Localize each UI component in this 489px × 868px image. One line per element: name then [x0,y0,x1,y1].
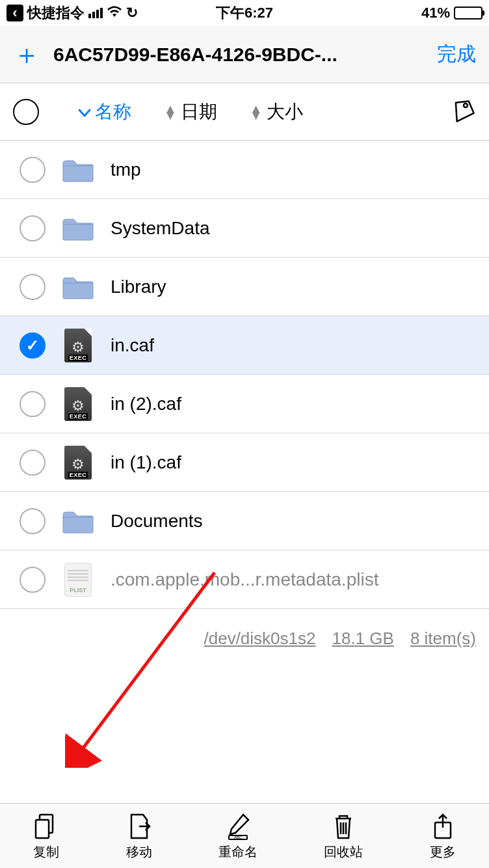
file-row[interactable]: ⚙EXECin.caf [0,316,489,375]
select-toggle[interactable] [20,332,46,359]
footer-count[interactable]: 8 item(s) [410,629,476,649]
file-row[interactable]: ⚙EXECin (1).caf [0,433,489,492]
more-button[interactable]: 更多 [430,812,456,861]
add-button[interactable]: ＋ [13,36,40,73]
file-name: .com.apple.mob...r.metadata.plist [111,569,476,590]
file-name: Library [111,277,476,297]
footer-info: /dev/disk0s1s2 18.1 GB 8 item(s) [0,609,489,649]
trash-button[interactable]: 回收站 [324,812,363,861]
exec-icon: ⚙EXEC [62,332,94,359]
select-toggle[interactable] [20,450,46,476]
copy-button[interactable]: 复制 [33,812,59,861]
battery-icon [454,7,482,20]
tag-button[interactable] [447,96,476,128]
file-name: SystemData [111,218,476,239]
portrait-lock-icon: ↻ [126,5,138,21]
select-toggle[interactable] [20,215,46,241]
sort-updown-icon: ▲▼ [164,105,177,118]
back-app-label: 快捷指令 [27,3,85,23]
copy-label: 复制 [33,843,59,861]
svg-rect-3 [36,820,49,838]
select-toggle[interactable] [20,157,46,183]
status-time: 下午6:27 [216,3,273,23]
rename-icon: ABC [225,812,251,841]
file-list: tmpSystemDataLibrary⚙EXECin.caf⚙EXECin (… [0,141,489,609]
cellular-icon [88,8,103,18]
folder-icon [62,215,94,241]
back-app-icon[interactable]: ‹ [7,5,23,21]
sort-by-name[interactable]: 名称 [78,100,131,124]
move-icon [126,812,152,841]
select-toggle[interactable] [20,274,46,300]
move-label: 移动 [126,843,152,861]
wifi-icon [107,5,122,21]
copy-icon [33,812,59,841]
file-row[interactable]: PLIST.com.apple.mob...r.metadata.plist [0,550,489,609]
file-name: in.caf [111,335,476,356]
exec-icon: ⚙EXEC [62,391,94,417]
file-name: tmp [111,159,476,180]
file-name: Documents [111,511,476,532]
select-all-toggle[interactable] [13,99,39,125]
sort-name-label: 名称 [95,100,131,124]
file-name: in (2).caf [111,394,476,414]
sort-updown-icon: ▲▼ [250,105,263,118]
exec-icon: ⚙EXEC [62,450,94,476]
trash-icon [330,812,356,841]
rename-button[interactable]: ABC 重命名 [218,812,258,861]
select-toggle[interactable] [20,567,46,593]
more-label: 更多 [430,843,456,861]
share-icon [430,812,456,841]
sort-size-label: 大小 [267,100,303,124]
sort-by-size[interactable]: ▲▼ 大小 [250,100,303,124]
footer-path[interactable]: /dev/disk0s1s2 [204,629,315,649]
plist-icon: PLIST [62,567,94,593]
file-name: in (1).caf [111,452,476,473]
trash-label: 回收站 [324,843,363,861]
file-row[interactable]: Library [0,258,489,316]
folder-icon [62,508,94,534]
svg-text:ABC: ABC [234,835,243,839]
battery-percent: 41% [421,5,450,21]
select-toggle[interactable] [20,508,46,534]
file-row[interactable]: tmp [0,141,489,199]
bottom-toolbar: 复制 移动 ABC 重命名 回收站 更多 [0,803,489,868]
file-row[interactable]: ⚙EXECin (2).caf [0,375,489,433]
footer-space[interactable]: 18.1 GB [332,629,393,649]
folder-icon [62,274,94,300]
select-toggle[interactable] [20,391,46,417]
sort-bar: 名称 ▲▼ 日期 ▲▼ 大小 [0,83,489,141]
file-row[interactable]: Documents [0,492,489,550]
nav-title: 6AC57D99-E86A-4126-9BDC-... [53,44,424,66]
sort-by-date[interactable]: ▲▼ 日期 [164,100,217,124]
chevron-down-icon [78,102,91,122]
rename-label: 重命名 [218,843,258,861]
done-button[interactable]: 完成 [437,41,476,68]
file-row[interactable]: SystemData [0,199,489,258]
folder-icon [62,157,94,183]
move-button[interactable]: 移动 [126,812,152,861]
sort-date-label: 日期 [181,100,217,124]
svg-point-0 [464,103,468,107]
nav-bar: ＋ 6AC57D99-E86A-4126-9BDC-... 完成 [0,26,489,83]
status-bar: ‹ 快捷指令 ↻ 下午6:27 41% [0,0,489,26]
